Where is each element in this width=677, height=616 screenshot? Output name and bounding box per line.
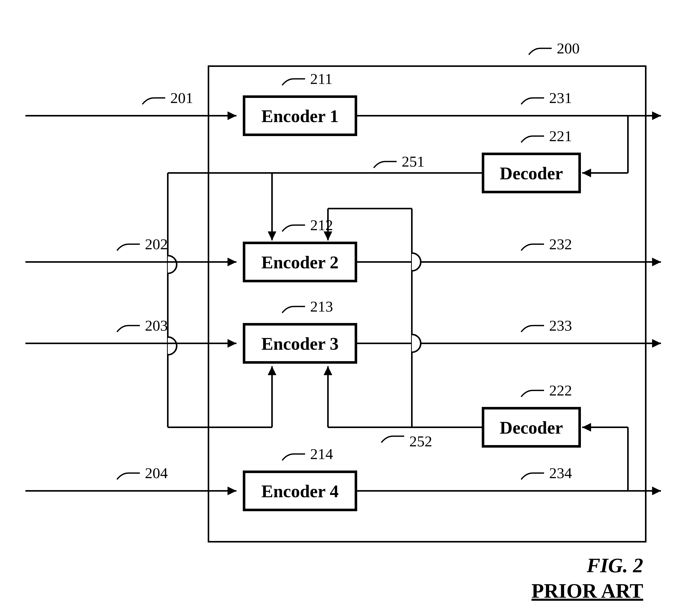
ref-in1: 201 [170,90,193,106]
ref-in2-leader [117,244,140,251]
encoder-3-label: Encoder 3 [261,334,338,354]
ref-out4-leader [521,473,544,479]
ref-in4-leader [117,473,140,479]
ref-fb1-leader [374,162,397,168]
figure-subtitle: PRIOR ART [532,580,643,602]
arrow-in2 [228,258,236,266]
arrow-in1 [228,112,236,120]
arrow-252-enc3 [324,366,332,375]
ref-in3-leader [117,325,140,332]
ref-system: 200 [557,40,580,57]
ref-fb1: 251 [402,153,424,170]
jump-251-over-203 [168,337,177,355]
ref-fb2: 252 [409,433,432,450]
ref-dec2: 222 [549,382,572,399]
ref-enc3: 213 [310,298,333,315]
ref-out1-leader [521,98,544,104]
jump-252-over-232 [412,253,421,271]
ref-enc1: 211 [310,71,332,87]
ref-out2-leader [521,244,544,251]
ref-out3: 233 [549,317,572,334]
ref-enc3-leader [282,306,305,313]
arrow-out1 [652,112,661,120]
arrow-into-221 [582,169,591,177]
jump-251-over-202 [168,256,177,273]
ref-enc4-leader [282,454,305,460]
ref-enc1-leader [282,79,305,85]
ref-fb2-leader [381,436,404,443]
ref-out3-leader [521,325,544,332]
arrow-into-222 [582,423,591,432]
ref-in3: 203 [145,317,168,334]
ref-system-leader [529,48,552,55]
arrow-in4 [228,487,236,495]
arrow-252-enc2 [324,231,332,240]
ref-enc4: 214 [310,446,333,463]
figure-caption: FIG. 2 [586,554,643,577]
arrow-251-enc2 [268,231,276,240]
arrow-out2 [652,258,661,266]
ref-in2: 202 [145,236,168,253]
encoder-1-label: Encoder 1 [261,106,338,126]
ref-in1-leader [142,98,165,104]
ref-enc2: 212 [310,217,333,233]
encoder-4-label: Encoder 4 [261,481,338,501]
decoder-2-label: Decoder [500,418,563,437]
arrow-in3 [228,339,236,348]
jump-252-over-233 [412,335,421,352]
arrow-251-enc3 [268,366,276,375]
ref-in4: 204 [145,465,168,481]
ref-dec2-leader [521,390,544,397]
ref-enc2-leader [282,225,305,231]
system-box [209,66,646,542]
ref-dec1-leader [521,136,544,142]
arrow-out3 [652,339,661,348]
decoder-1-label: Decoder [500,164,563,183]
ref-out2: 232 [549,236,572,253]
arrow-out4 [652,487,661,495]
ref-dec1: 221 [549,128,572,144]
ref-out4: 234 [549,465,572,481]
encoder-2-label: Encoder 2 [261,253,338,272]
ref-out1: 231 [549,90,572,106]
